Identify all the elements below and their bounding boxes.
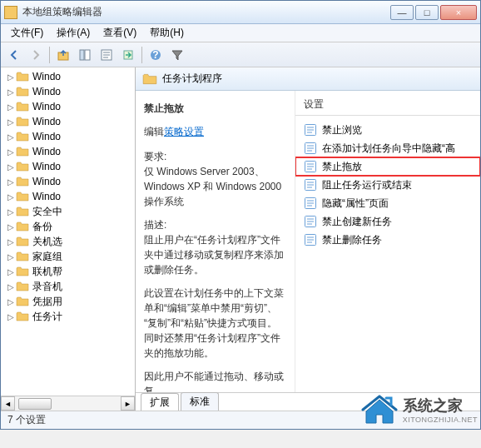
setting-icon xyxy=(304,123,317,137)
tree-item-label: 安全中 xyxy=(32,205,62,219)
expand-icon[interactable]: ▷ xyxy=(6,72,16,82)
setting-icon xyxy=(304,160,317,173)
minimize-button[interactable]: — xyxy=(390,5,414,20)
menu-view[interactable]: 查看(V) xyxy=(97,24,143,42)
expand-icon[interactable]: ▷ xyxy=(6,237,16,246)
setting-row[interactable]: 禁止删除任务 xyxy=(295,231,480,249)
app-icon xyxy=(4,6,17,19)
setting-row[interactable]: 禁止拖放 xyxy=(295,157,480,176)
expand-icon[interactable]: ▷ xyxy=(6,177,16,187)
settings-list-column: 设置 禁止浏览在添加计划任务向导中隐藏“高禁止拖放阻止任务运行或结束隐藏“属性”… xyxy=(295,91,480,392)
expand-icon[interactable]: ▷ xyxy=(6,162,16,172)
tree-item[interactable]: ▷备份 xyxy=(1,219,135,234)
tree-item[interactable]: ▷录音机 xyxy=(1,279,135,294)
tab-standard[interactable]: 标准 xyxy=(181,392,219,411)
close-button[interactable]: × xyxy=(440,5,477,20)
tree-item[interactable]: ▷安全中 xyxy=(1,204,135,219)
window-title: 本地组策略编辑器 xyxy=(22,5,390,19)
properties-button[interactable] xyxy=(97,45,117,65)
tree-item-label: Windo xyxy=(32,101,61,112)
expand-icon[interactable]: ▷ xyxy=(6,297,16,306)
title-bar[interactable]: 本地组策略编辑器 — □ × xyxy=(1,1,480,24)
detail-pane: 任务计划程序 禁止拖放 编辑策略设置 要求: 仅 Windows Server … xyxy=(136,67,480,411)
tree-horizontal-scrollbar[interactable]: ◄ ► xyxy=(1,396,135,411)
tree-item-label: 任务计 xyxy=(32,310,62,324)
expand-icon[interactable]: ▷ xyxy=(6,282,16,291)
tree-item[interactable]: ▷Windo xyxy=(1,129,135,144)
tree-item[interactable]: ▷联机帮 xyxy=(1,264,135,279)
tree-item[interactable]: ▷Windo xyxy=(1,114,135,129)
selected-policy-heading: 禁止拖放 xyxy=(144,101,286,116)
setting-label: 禁止删除任务 xyxy=(322,233,382,247)
tab-extended[interactable]: 扩展 xyxy=(141,393,179,411)
show-hide-tree-button[interactable] xyxy=(75,45,95,65)
folder-icon xyxy=(16,206,29,217)
tree-item[interactable]: ▷Windo xyxy=(1,99,135,114)
folder-icon xyxy=(16,101,29,112)
tree-item[interactable]: ▷Windo xyxy=(1,189,135,204)
setting-row[interactable]: 禁止浏览 xyxy=(295,121,480,139)
tree-item-label: Windo xyxy=(32,116,61,127)
setting-row[interactable]: 隐藏“属性”页面 xyxy=(295,194,480,212)
expand-icon[interactable]: ▷ xyxy=(6,132,16,142)
tree-body[interactable]: ▷Windo▷Windo▷Windo▷Windo▷Windo▷Windo▷Win… xyxy=(1,67,135,396)
svg-rect-5 xyxy=(80,50,84,60)
scroll-left-arrow[interactable]: ◄ xyxy=(1,396,15,411)
menu-file[interactable]: 文件(F) xyxy=(4,24,50,42)
tree-pane: ▷Windo▷Windo▷Windo▷Windo▷Windo▷Windo▷Win… xyxy=(1,67,136,411)
expand-icon[interactable]: ▷ xyxy=(6,252,16,261)
tree-item-label: 关机选 xyxy=(32,235,62,249)
expand-icon[interactable]: ▷ xyxy=(6,222,16,231)
folder-icon xyxy=(16,71,29,82)
forward-button[interactable] xyxy=(26,45,46,65)
menu-action[interactable]: 操作(A) xyxy=(50,24,97,42)
folder-icon xyxy=(16,236,29,247)
tree-item-label: 备份 xyxy=(32,220,52,234)
setting-icon xyxy=(304,178,317,192)
expand-icon[interactable]: ▷ xyxy=(6,102,16,112)
tree-item[interactable]: ▷Windo xyxy=(1,144,135,159)
tree-item-label: Windo xyxy=(32,191,61,202)
description-text-3: 因此用户不能通过拖动、移动或复 xyxy=(144,369,286,392)
expand-icon[interactable]: ▷ xyxy=(6,147,16,157)
menu-help[interactable]: 帮助(H) xyxy=(143,24,191,42)
tree-item-label: 录音机 xyxy=(32,280,62,294)
scroll-thumb[interactable] xyxy=(18,398,52,410)
status-text: 7 个设置 xyxy=(7,413,46,427)
up-level-button[interactable] xyxy=(53,45,73,65)
settings-column-header[interactable]: 设置 xyxy=(295,97,480,116)
tree-item[interactable]: ▷Windo xyxy=(1,69,135,84)
app-window: 本地组策略编辑器 — □ × 文件(F) 操作(A) 查看(V) 帮助(H) ?… xyxy=(0,0,481,430)
tree-item[interactable]: ▷凭据用 xyxy=(1,294,135,309)
scroll-right-arrow[interactable]: ► xyxy=(121,396,135,411)
expand-icon[interactable]: ▷ xyxy=(6,117,16,127)
tree-item[interactable]: ▷Windo xyxy=(1,174,135,189)
help-button[interactable]: ? xyxy=(146,45,166,65)
tree-item[interactable]: ▷家庭组 xyxy=(1,249,135,264)
maximize-button[interactable]: □ xyxy=(415,5,439,20)
tree-item[interactable]: ▷Windo xyxy=(1,159,135,174)
expand-icon[interactable]: ▷ xyxy=(6,312,16,321)
tree-item[interactable]: ▷任务计 xyxy=(1,309,135,324)
tree-item-label: Windo xyxy=(32,146,61,157)
setting-icon xyxy=(304,215,317,228)
expand-icon[interactable]: ▷ xyxy=(6,87,16,97)
tree-item-label: 家庭组 xyxy=(32,250,62,264)
setting-row[interactable]: 阻止任务运行或结束 xyxy=(295,176,480,194)
description-column: 禁止拖放 编辑策略设置 要求: 仅 Windows Server 2003、Wi… xyxy=(136,91,295,392)
category-title: 任务计划程序 xyxy=(162,72,222,86)
expand-icon[interactable]: ▷ xyxy=(6,267,16,276)
filter-button[interactable] xyxy=(167,45,187,65)
export-button[interactable] xyxy=(118,45,138,65)
expand-icon[interactable]: ▷ xyxy=(6,207,16,217)
menu-bar: 文件(F) 操作(A) 查看(V) 帮助(H) xyxy=(1,24,480,42)
toolbar: ? xyxy=(1,42,480,67)
setting-row[interactable]: 在添加计划任务向导中隐藏“高 xyxy=(295,139,480,157)
back-button[interactable] xyxy=(4,45,24,65)
tree-item-label: Windo xyxy=(32,161,61,172)
policy-settings-link[interactable]: 策略设置 xyxy=(164,126,204,137)
tree-item[interactable]: ▷关机选 xyxy=(1,234,135,249)
expand-icon[interactable]: ▷ xyxy=(6,192,16,202)
setting-row[interactable]: 禁止创建新任务 xyxy=(295,212,480,231)
tree-item[interactable]: ▷Windo xyxy=(1,84,135,99)
